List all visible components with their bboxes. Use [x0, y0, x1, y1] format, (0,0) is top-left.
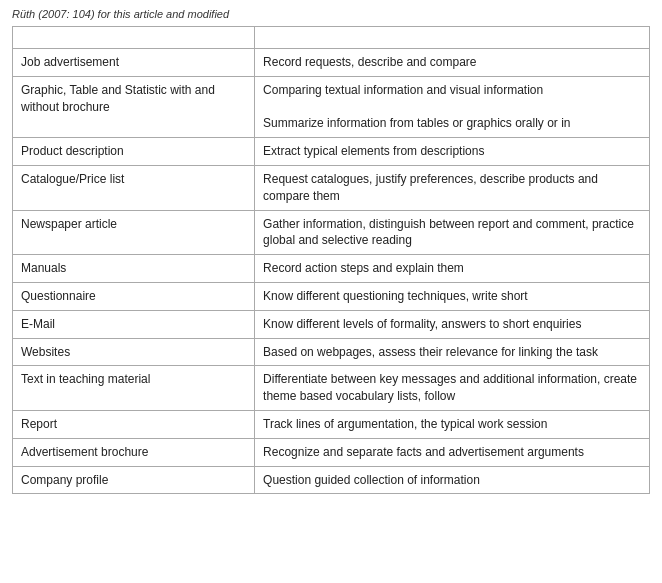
table-cell-col1: Manuals: [13, 255, 255, 283]
table-cell-col2: [255, 27, 650, 49]
table-cell-col1: Graphic, Table and Statistic with and wi…: [13, 76, 255, 137]
table-cell-col2: Extract typical elements from descriptio…: [255, 138, 650, 166]
table-cell-col2: Know different levels of formality, answ…: [255, 310, 650, 338]
table-cell-col2: Recognize and separate facts and adverti…: [255, 438, 650, 466]
table-cell-col1: Product description: [13, 138, 255, 166]
table-cell-col2: Record action steps and explain them: [255, 255, 650, 283]
table-cell-col1: Newspaper article: [13, 210, 255, 255]
table-cell-col2: Question guided collection of informatio…: [255, 466, 650, 494]
table-cell-col2: Gather information, distinguish between …: [255, 210, 650, 255]
table-row: ManualsRecord action steps and explain t…: [13, 255, 650, 283]
table-cell-col2: Track lines of argumentation, the typica…: [255, 410, 650, 438]
main-table: Job advertisementRecord requests, descri…: [12, 26, 650, 494]
page-subtitle: Rüth (2007: 104) for this article and mo…: [12, 8, 650, 20]
table-cell-col2: Know different questioning techniques, w…: [255, 282, 650, 310]
table-row: Company profileQuestion guided collectio…: [13, 466, 650, 494]
table-cell-col1: Report: [13, 410, 255, 438]
table-cell-col1: Text in teaching material: [13, 366, 255, 411]
table-row: E-MailKnow different levels of formality…: [13, 310, 650, 338]
table-row: Catalogue/Price listRequest catalogues, …: [13, 165, 650, 210]
table-cell-col2: Record requests, describe and compare: [255, 49, 650, 77]
table-cell-col1: [13, 27, 255, 49]
page-container: Rüth (2007: 104) for this article and mo…: [0, 0, 662, 506]
table-row: Job advertisementRecord requests, descri…: [13, 49, 650, 77]
table-row: Graphic, Table and Statistic with and wi…: [13, 76, 650, 137]
table-cell-col1: Advertisement brochure: [13, 438, 255, 466]
table-cell-col1: Websites: [13, 338, 255, 366]
table-cell-col1: E-Mail: [13, 310, 255, 338]
table-cell-col1: Job advertisement: [13, 49, 255, 77]
table-row: Newspaper articleGather information, dis…: [13, 210, 650, 255]
table-cell-col1: Questionnaire: [13, 282, 255, 310]
table-row: Text in teaching materialDifferentiate b…: [13, 366, 650, 411]
table-row: Product descriptionExtract typical eleme…: [13, 138, 650, 166]
table-row: WebsitesBased on webpages, assess their …: [13, 338, 650, 366]
table-cell-col2: Request catalogues, justify preferences,…: [255, 165, 650, 210]
table-row: ReportTrack lines of argumentation, the …: [13, 410, 650, 438]
table-cell-col1: Company profile: [13, 466, 255, 494]
table-row: [13, 27, 650, 49]
table-cell-col1: Catalogue/Price list: [13, 165, 255, 210]
table-cell-col2: Comparing textual information and visual…: [255, 76, 650, 137]
table-row: Advertisement brochureRecognize and sepa…: [13, 438, 650, 466]
table-row: QuestionnaireKnow different questioning …: [13, 282, 650, 310]
table-cell-col2: Differentiate between key messages and a…: [255, 366, 650, 411]
table-cell-col2: Based on webpages, assess their relevanc…: [255, 338, 650, 366]
